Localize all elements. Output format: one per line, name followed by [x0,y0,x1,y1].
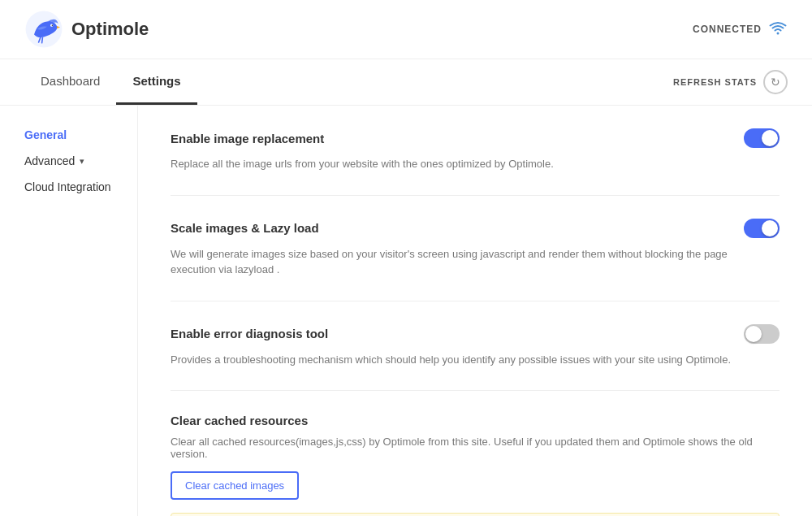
refresh-stats-button[interactable]: REFRESH STATS ↻ [673,70,788,94]
connected-label: CONNECTED [693,24,762,35]
image-replacement-title: Enable image replacement [171,132,324,145]
sidebar-advanced-label: Advanced [24,154,75,167]
sidebar-cloud-label: Cloud Integration [24,180,111,193]
tab-settings[interactable]: Settings [116,59,197,105]
warning-box: Clearing cached resources will re-optimi… [171,513,780,516]
svg-point-2 [52,24,54,26]
wifi-icon [768,18,788,41]
content-area: General Advanced ▾ Cloud Integration Ena… [0,106,812,516]
cached-resources-title: Clear cached resources [171,414,780,427]
sidebar-item-general[interactable]: General [0,122,137,148]
scale-lazy-toggle[interactable] [744,219,780,238]
image-replacement-toggle[interactable] [744,128,780,148]
tabs-bar: Dashboard Settings REFRESH STATS ↻ [0,59,812,106]
settings-main: Enable image replacement Replace all the… [138,106,812,516]
sidebar: General Advanced ▾ Cloud Integration [0,106,138,516]
logo-icon [24,10,63,49]
scale-lazy-title: Scale images & Lazy load [171,221,319,235]
clear-cached-images-button[interactable]: Clear cached images [171,471,299,500]
sidebar-item-advanced[interactable]: Advanced ▾ [0,148,137,174]
svg-point-3 [777,32,780,34]
refresh-label: REFRESH STATS [673,77,757,87]
scale-lazy-row: Scale images & Lazy load We will generat… [171,196,780,301]
error-diagnosis-desc: Provides a troubleshooting mechanism whi… [171,352,739,368]
logo-area: Optimole [24,10,149,49]
app-header: Optimole CONNECTED [0,0,812,59]
cached-resources-section: Clear cached resources Clear all cached … [171,391,780,516]
app-title: Optimole [71,19,149,40]
sidebar-item-cloud-integration[interactable]: Cloud Integration [0,174,137,200]
tab-dashboard[interactable]: Dashboard [24,59,116,105]
error-diagnosis-toggle[interactable] [744,324,780,344]
image-replacement-row: Enable image replacement Replace all the… [171,106,780,196]
image-replacement-desc: Replace all the image urls from your web… [171,156,739,172]
connection-status: CONNECTED [693,18,788,41]
cached-resources-desc: Clear all cached resources(images,js,css… [171,436,780,460]
refresh-icon: ↻ [763,70,788,94]
scale-lazy-desc: We will generate images size based on yo… [171,246,739,278]
tab-list: Dashboard Settings [24,59,197,105]
chevron-down-icon: ▾ [80,156,84,167]
error-diagnosis-row: Enable error diagnosis tool Provides a t… [171,301,780,392]
sidebar-general-label: General [24,128,67,141]
error-diagnosis-title: Enable error diagnosis tool [171,327,328,340]
